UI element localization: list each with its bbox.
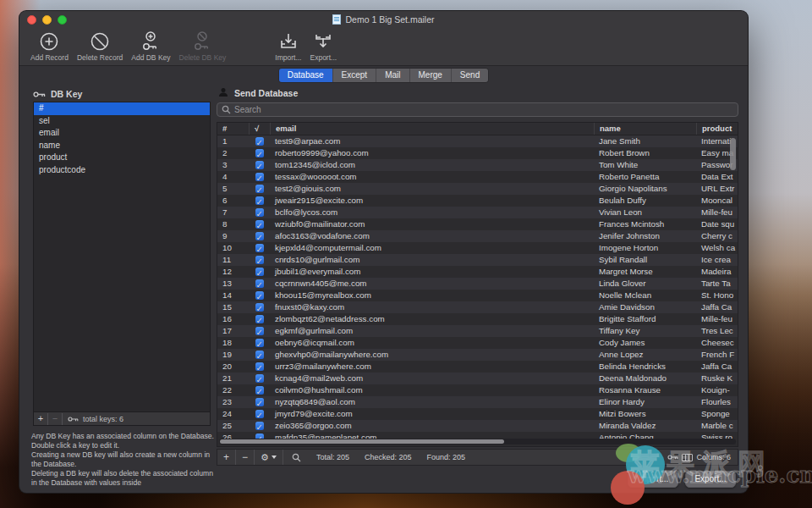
table-row[interactable]: 9✓afoc3163@vodafone.comJenifer JohnstonC… <box>217 230 738 242</box>
db-key-item[interactable]: # <box>34 102 210 115</box>
table-row[interactable]: 19✓ghexvhp0@mailanywhere.comAnne LopezFr… <box>217 349 738 361</box>
table-row[interactable]: 12✓jbubil1@everymail.comMargret MorseMad… <box>217 266 738 278</box>
column-header[interactable]: √ <box>249 123 270 135</box>
row-checkbox[interactable]: ✓ <box>255 185 264 193</box>
row-checkbox[interactable]: ✓ <box>255 291 264 300</box>
horizontal-scrollbar[interactable] <box>220 439 504 444</box>
row-checkbox[interactable]: ✓ <box>255 374 264 383</box>
tab-merge[interactable]: Merge <box>410 69 452 82</box>
row-checkbox[interactable]: ✓ <box>255 398 264 406</box>
row-checkbox[interactable]: ✓ <box>255 161 264 169</box>
column-header[interactable]: name <box>594 123 696 135</box>
row-checkbox[interactable]: ✓ <box>255 303 264 312</box>
table-row[interactable]: 1✓test9@arpae.comJane SmithInternati <box>217 135 738 147</box>
tab-except[interactable]: Except <box>333 69 377 82</box>
row-checkbox[interactable]: ✓ <box>255 244 264 252</box>
table-row[interactable]: 4✓tessax@wooooot.comRoberto PanettaData … <box>217 171 738 183</box>
checkbox-cell: ✓ <box>249 361 270 373</box>
remove-row-button[interactable]: − <box>236 450 255 465</box>
search-input[interactable]: Search <box>217 102 738 117</box>
table-row[interactable]: 17✓egkmf@gurlmail.comTiffany KeyTres Lec <box>217 325 738 337</box>
row-checkbox[interactable]: ✓ <box>255 220 264 229</box>
table-row[interactable]: 2✓roberto9999@yahoo.comRobert BrownEasy … <box>217 147 738 159</box>
column-header[interactable]: email <box>270 123 594 135</box>
add-row-button[interactable]: + <box>217 450 236 465</box>
product-cell: Data Ext <box>696 171 738 183</box>
table-row[interactable]: 18✓oebny6@icqmail.comCody JamesCheesec <box>217 337 738 349</box>
tab-mail[interactable]: Mail <box>376 69 409 82</box>
row-checkbox[interactable]: ✓ <box>255 386 264 395</box>
db-key-item[interactable]: sel <box>34 115 210 128</box>
column-header[interactable]: # <box>217 123 249 135</box>
row-checkbox[interactable]: ✓ <box>255 410 264 418</box>
table-row[interactable]: 22✓coilvm0@hushmail.comRosanna KrauseKou… <box>217 384 738 396</box>
table-row[interactable]: 13✓cqcrnnwn4405@me.comLinda GloverTarte … <box>217 278 738 290</box>
tab-send[interactable]: Send <box>452 69 488 82</box>
zoom-button[interactable] <box>58 15 67 25</box>
db-key-item[interactable]: name <box>34 140 210 152</box>
column-header[interactable]: product <box>696 123 738 135</box>
db-key-item[interactable]: email <box>34 127 210 140</box>
table-row[interactable]: 25✓zeio365@orgoo.comMiranda ValdezMarble… <box>217 420 738 432</box>
actions-menu-button[interactable]: ⚙ <box>255 450 283 465</box>
row-checkbox[interactable]: ✓ <box>255 256 264 264</box>
add-key-button[interactable]: + <box>34 413 48 425</box>
checkbox-cell: ✓ <box>249 349 270 361</box>
table-row[interactable]: 24✓jmyrd79@excite.comMitzi BowersSponge <box>217 408 738 420</box>
table-row[interactable]: 3✓tom12345@iclod.comTom WhitePasswor <box>217 159 738 171</box>
row-number: 5 <box>217 183 249 195</box>
delete-record-button[interactable]: Delete Record <box>73 30 127 63</box>
table-row[interactable]: 6✓jweair2915@excite.comBeulah DuffyMoonc… <box>217 195 738 207</box>
row-checkbox[interactable]: ✓ <box>255 279 264 288</box>
email-cell: afoc3163@vodafone.com <box>270 230 594 242</box>
email-cell: jbubil1@everymail.com <box>270 266 594 278</box>
search-icon <box>222 102 231 118</box>
row-checkbox[interactable]: ✓ <box>255 149 264 157</box>
table-row[interactable]: 20✓urrz3@mailanywhere.comBelinda Hendric… <box>217 361 738 373</box>
table-row[interactable]: 21✓kcnag4@mail2web.comDeena MaldonadoRus… <box>217 373 738 384</box>
row-checkbox[interactable]: ✓ <box>255 422 264 430</box>
checkbox-cell: ✓ <box>249 408 270 420</box>
db-key-item[interactable]: productcode <box>34 164 210 177</box>
row-checkbox[interactable]: ✓ <box>255 362 264 371</box>
row-checkbox[interactable]: ✓ <box>255 173 264 181</box>
tab-database[interactable]: Database <box>279 69 333 82</box>
checkbox-cell: ✓ <box>249 159 270 171</box>
row-checkbox[interactable]: ✓ <box>255 351 264 359</box>
email-cell: tom12345@iclod.com <box>270 159 594 171</box>
table-row[interactable]: 23✓nyzqtq6849@aol.comElinor HardyFlourle… <box>217 396 738 408</box>
product-cell: Ruske K <box>696 373 738 384</box>
db-key-item[interactable]: product <box>34 152 210 164</box>
row-checkbox[interactable]: ✓ <box>255 137 264 146</box>
table-row[interactable]: 15✓fnuxst0@kaxy.comAmie DavidsonJaffa Ca <box>217 301 738 313</box>
table-row[interactable]: 10✓kjepxld4@computermail.comImogene Hort… <box>217 242 738 254</box>
table-row[interactable]: 14✓khoou15@myrealbox.comNoelle McleanSt.… <box>217 290 738 301</box>
row-checkbox[interactable]: ✓ <box>255 208 264 217</box>
row-checkbox[interactable]: ✓ <box>255 339 264 347</box>
table-row[interactable]: 7✓bclfo@lycos.comVivian LeonMille-feu <box>217 207 738 218</box>
table-row[interactable]: 16✓zlombqzt62@netaddress.comBrigitte Sta… <box>217 313 738 325</box>
row-checkbox[interactable]: ✓ <box>255 268 264 276</box>
email-cell: ghexvhp0@mailanywhere.com <box>270 349 594 361</box>
table-row[interactable]: 11✓cnrds10@gurlmail.comSybil RandallIce … <box>217 254 738 266</box>
name-cell: Sybil Randall <box>594 254 696 266</box>
minimize-button[interactable] <box>42 15 52 25</box>
row-checkbox[interactable]: ✓ <box>255 327 264 335</box>
add-record-button[interactable]: Add Record <box>26 30 73 63</box>
toolbar-export-button[interactable]: Export... <box>305 30 341 63</box>
table-row[interactable]: 8✓wziubf0@mailinator.comFrances Mcintosh… <box>217 218 738 230</box>
table-row[interactable]: 5✓test2@giouis.comGiorgio NapolitansURL … <box>217 183 738 195</box>
vertical-scrollbar[interactable] <box>730 138 736 170</box>
traffic-lights <box>27 15 67 25</box>
export-button[interactable]: Export... <box>685 471 736 488</box>
row-checkbox[interactable]: ✓ <box>255 196 264 205</box>
add-db-key-button[interactable]: Add DB Key <box>127 30 174 63</box>
email-cell: nyzqtq6849@aol.com <box>270 396 594 408</box>
row-checkbox[interactable]: ✓ <box>255 315 264 323</box>
row-number: 2 <box>217 147 249 159</box>
close-button[interactable] <box>27 15 36 25</box>
row-checkbox[interactable]: ✓ <box>255 232 264 240</box>
toolbar-import-button[interactable]: Import... <box>271 30 305 63</box>
import-button[interactable]: Import... <box>628 471 678 488</box>
name-cell: Cody James <box>594 337 696 349</box>
